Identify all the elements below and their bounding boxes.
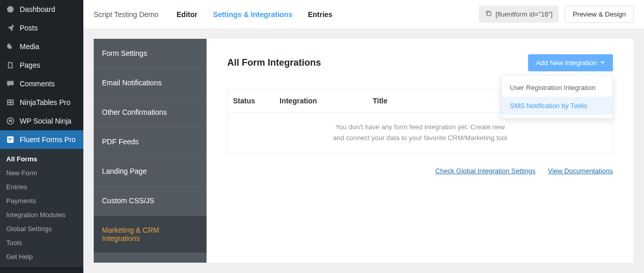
topbar: Script Testing Demo ... Editor Settings … [83,0,644,28]
form-icon [5,134,16,145]
col-header-integration: Integration [280,97,373,105]
settings-landing-page[interactable]: Landing Page [94,157,207,186]
svg-rect-3 [8,140,11,140]
submenu-integration-modules[interactable]: Integration Modules [0,208,83,222]
submenu-tools[interactable]: Tools [0,236,83,250]
dashboard-icon [5,4,16,14]
integrations-panel: All Form Integrations Add New Integratio… [207,39,634,263]
submenu-entries[interactable]: Entries [0,180,83,194]
footer-links: Check Global Integration Settings View D… [227,167,613,175]
tab-entries[interactable]: Entries [308,10,332,19]
table-icon [5,97,16,108]
copy-icon [485,10,492,19]
submenu-new-form[interactable]: New Form [0,166,83,180]
menu-posts[interactable]: Posts [0,19,83,37]
submenu-get-help[interactable]: Get Help [0,250,83,264]
pin-icon [5,23,16,33]
submenu-global-settings[interactable]: Global Settings [0,222,83,236]
fluentforms-submenu: All Forms New Form Entries Payments Inte… [0,149,83,267]
integration-dropdown: User Registration Integration SMS Notifi… [501,75,613,118]
add-new-integration-button[interactable]: Add New Integration [528,54,613,71]
chevron-down-icon [600,59,605,67]
svg-rect-4 [488,12,491,16]
add-btn-label: Add New Integration [536,59,597,67]
dropdown-user-registration[interactable]: User Registration Integration [502,79,612,97]
settings-form-settings[interactable]: Form Settings [94,39,207,68]
form-title: Script Testing Demo ... [94,10,161,19]
link-view-docs[interactable]: View Documentations [548,167,613,175]
dropdown-sms-twilio[interactable]: SMS Notification by Twilio [502,97,612,115]
menu-label: WP Social Ninja [20,117,71,125]
menu-fluentforms[interactable]: Fluent Forms Pro [0,130,83,149]
menu-socialninja[interactable]: WP Social Ninja [0,112,83,130]
star-icon [5,116,16,126]
menu-pages[interactable]: Pages [0,56,83,74]
menu-comments[interactable]: Comments [0,74,83,93]
col-header-status: Status [233,97,280,105]
svg-rect-2 [8,138,12,139]
preview-design-button[interactable]: Preview & Design [565,6,634,23]
menu-dashboard[interactable]: Dashboard [0,0,83,19]
wp-admin-sidebar: Dashboard Posts Media Pages Comments Nin… [0,0,83,273]
menu-label: NinjaTables Pro [20,98,70,107]
tab-editor[interactable]: Editor [177,10,197,19]
link-global-settings[interactable]: Check Global Integration Settings [435,167,536,175]
page-icon [5,60,16,70]
tab-settings-integrations[interactable]: Settings & Integrations [213,10,292,19]
comment-icon [5,79,16,89]
menu-label: Media [20,42,39,51]
submenu-all-forms[interactable]: All Forms [0,152,83,166]
menu-label: Posts [20,24,38,32]
settings-email-notifications[interactable]: Email Notifications [94,68,207,98]
panel-title: All Form Integrations [227,57,321,68]
main-content: Script Testing Demo ... Editor Settings … [83,0,644,273]
settings-custom-css-js[interactable]: Custom CSS/JS [94,186,207,216]
shortcode-text: [fluentform id="16"] [495,10,552,18]
settings-marketing-crm[interactable]: Marketing & CRM Integrations [94,216,207,253]
shortcode-box[interactable]: [fluentform id="16"] [479,6,559,23]
media-icon [5,41,16,52]
settings-sidebar: Form Settings Email Notifications Other … [94,39,207,263]
menu-ninjatables[interactable]: NinjaTables Pro [0,93,83,112]
menu-label: Fluent Forms Pro [20,135,76,144]
menu-label: Dashboard [20,5,55,13]
menu-label: Pages [20,61,40,69]
menu-label: Comments [20,80,55,88]
menu-media[interactable]: Media [0,37,83,56]
submenu-payments[interactable]: Payments [0,194,83,208]
settings-pdf-feeds[interactable]: PDF Feeds [94,127,207,157]
table-empty-state: You don't have any form feed integration… [228,113,612,153]
settings-other-confirmations[interactable]: Other Confirmations [94,98,207,127]
